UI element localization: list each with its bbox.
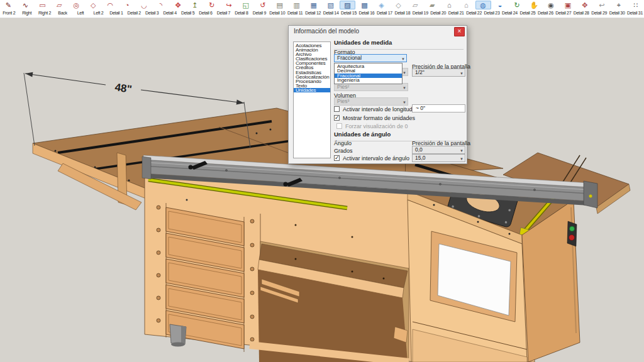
scene-tab-detail-28[interactable]: Detail 28 [572,9,590,17]
scene-tab-detail-24[interactable]: Detail 24 [501,9,518,17]
rotated-rectangle-tool-icon[interactable]: ▱ [52,1,67,9]
two-point-arc-tool-icon[interactable]: ◡ [136,1,152,9]
layers-panel-1-icon[interactable]: ▦ [306,1,321,9]
angle-precision-dropdown[interactable]: 0,0▼ [412,146,465,154]
scene-tab-detail-27[interactable]: Detail 27 [555,9,572,17]
scene-tab-detail-25[interactable]: Detail 25 [519,9,536,17]
scene-tab-detail-9[interactable]: Detail 9 [250,9,268,17]
circle-tool-icon[interactable]: ◎ [69,1,84,9]
previous-view-icon[interactable]: ↩ [594,1,609,9]
top-view-icon[interactable]: ⌂ [458,1,474,9]
walk-tool-icon[interactable]: ∷ [628,1,643,9]
three-point-arc-tool-icon[interactable]: ◝ [153,1,169,9]
scene-tab-left-2[interactable]: Left 2 [89,9,107,17]
iso-view-icon[interactable]: ⌂ [441,1,457,9]
switch-off-button [569,235,575,241]
length-precision-dropdown[interactable]: 1/2"▼ [412,69,465,77]
length-snapping-input[interactable]: ~ 0" [412,104,465,112]
make-component-icon[interactable]: ▥ [289,1,304,9]
section-display-icon[interactable]: ◇ [391,1,406,9]
arc-tool-icon[interactable]: ◠ [103,1,118,9]
scene-tab-left[interactable]: Left [72,9,89,17]
format-option-ingeniería[interactable]: Ingeniería [335,78,402,82]
tool-icons-row: ✎∿▭▱◎◇◠◔◡◝✥↥↻↪◱↺▤▥▦▧▨▩◈◇▱▰⌂⌂◍◒↻✋◉▣✥↩⌖∷ [0,0,644,9]
follow-me-tool-icon[interactable]: ↪ [221,1,236,9]
scene-tab-detail-11[interactable]: Detail 11 [286,9,304,17]
switch-on-button [570,226,575,231]
scene-tab-detail-17[interactable]: Detail 17 [375,9,393,17]
pan-tool-icon[interactable]: ✋ [526,1,542,9]
zoom-tool-icon[interactable]: ◉ [543,1,559,9]
scene-tab-detail-1[interactable]: Detail 1 [108,9,125,17]
scene-tab-detail-2[interactable]: Detail 2 [125,9,143,17]
scene-tab-detail-14[interactable]: Detail 14 [322,9,340,17]
pie-tool-icon[interactable]: ◔ [119,1,135,9]
show-units-checkbox[interactable] [334,115,340,121]
format-dropdown-list: ArquitecturaDecimalFraccionalIngeniería [334,63,402,84]
move-tool-icon[interactable]: ✥ [170,1,186,9]
dialog-title[interactable]: Información del modelo [294,28,359,35]
rotate-view-icon[interactable]: ↻ [509,1,525,9]
scene-tab-detail-16[interactable]: Detail 16 [358,9,375,17]
section-plane-icon[interactable]: ◈ [374,1,389,9]
layers-panel-4-icon[interactable]: ▩ [357,1,372,9]
length-snapping-label: Activar intervalo de longitud [343,106,413,112]
section-cuts-icon[interactable]: ▱ [408,1,423,9]
close-icon[interactable]: × [454,27,465,36]
rotate-tool-icon[interactable]: ↻ [204,1,219,9]
scene-tab-detail-10[interactable]: Detail 10 [269,9,286,17]
scene-tab-detail-21[interactable]: Detail 21 [447,9,465,17]
orbit-tool-icon[interactable]: ◍ [475,1,491,9]
angle-label: Ángulo [334,140,352,146]
layers-panel-3-icon[interactable]: ▨ [340,1,355,9]
scene-tab-detail-18[interactable]: Detail 18 [394,9,411,17]
power-switch[interactable] [567,221,577,246]
push-pull-tool-icon[interactable]: ↥ [187,1,203,9]
scene-tab-detail-8[interactable]: Detail 8 [233,9,250,17]
scene-tab-detail-6[interactable]: Detail 6 [197,9,214,17]
rectangle-tool-icon[interactable]: ▭ [35,1,50,9]
make-group-icon[interactable]: ▤ [272,1,287,9]
main-toolbar: ✎∿▭▱◎◇◠◔◡◝✥↥↻↪◱↺▤▥▦▧▨▩◈◇▱▰⌂⌂◍◒↻✋◉▣✥↩⌖∷ F… [0,0,644,18]
scene-tab-detail-19[interactable]: Detail 19 [411,9,429,17]
units-heading: Unidades de medida [334,39,464,50]
scene-tab-right-2[interactable]: Right 2 [36,9,53,17]
scene-tab-back[interactable]: Back [53,9,71,17]
freehand-tool-icon[interactable]: ∿ [18,1,33,9]
zoom-extents-tool-icon[interactable]: ✥ [577,1,592,9]
scene-tab-detail-5[interactable]: Detail 5 [179,9,196,17]
nav-item-unidades[interactable]: Unidades [294,88,330,92]
scene-tab-detail-3[interactable]: Detail 3 [143,9,161,17]
scene-tab-detail-7[interactable]: Detail 7 [214,9,232,17]
scene-tab-detail-23[interactable]: Detail 23 [483,9,501,17]
scene-tab-detail-20[interactable]: Detail 20 [430,9,447,17]
scene-tab-front-2[interactable]: Front 2 [0,9,18,17]
scene-tab-detail-26[interactable]: Detail 26 [536,9,554,17]
angle-snapping-dropdown[interactable]: 15,0▼ [412,154,465,162]
scene-tab-detail-22[interactable]: Detail 22 [465,9,482,17]
chevron-down-icon: ▼ [402,99,406,106]
scene-tab-detail-31[interactable]: Detail 31 [626,9,643,17]
volume-unit-dropdown: Pies³▼ [334,97,408,106]
show-units-label: Mostrar formato de unidades [343,115,415,121]
offset-tool-icon[interactable]: ↺ [255,1,270,9]
scene-tab-detail-12[interactable]: Detail 12 [304,9,321,17]
zoom-window-tool-icon[interactable]: ▣ [560,1,575,9]
scene-tab-detail-4[interactable]: Detail 4 [161,9,179,17]
scene-tab-detail-15[interactable]: Detail 15 [340,9,357,17]
angle-snapping-label: Activar intervalo de ángulo [343,155,409,162]
scene-tab-detail-29[interactable]: Detail 29 [590,9,608,17]
scene-tab-detail-30[interactable]: Detail 30 [608,9,626,17]
scene-tab-right[interactable]: Right [18,9,35,17]
line-tool-icon[interactable]: ✎ [1,1,16,9]
angle-snapping-checkbox[interactable] [334,155,340,161]
section-fill-icon[interactable]: ▰ [425,1,440,9]
format-dropdown[interactable]: Fraccional▼ [334,54,407,62]
polygon-tool-icon[interactable]: ◇ [86,1,101,9]
front-view-icon[interactable]: ◒ [492,1,508,9]
layers-panel-2-icon[interactable]: ▧ [323,1,338,9]
length-snapping-checkbox[interactable] [334,106,340,112]
scale-tool-icon[interactable]: ◱ [238,1,253,9]
position-camera-tool-icon[interactable]: ⌖ [611,1,626,9]
force-zero-checkbox [336,123,342,129]
